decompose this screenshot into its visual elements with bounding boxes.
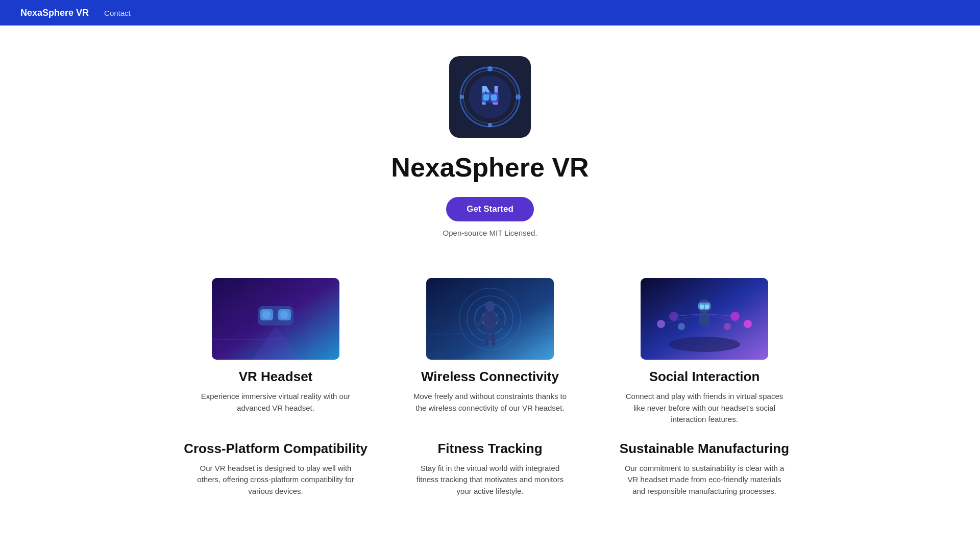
features-row-2: Cross-Platform Compatibility Our VR head…: [184, 436, 796, 497]
cross-platform-desc: Our VR headset is designed to play well …: [194, 463, 357, 497]
svg-point-47: [724, 323, 731, 330]
svg-rect-10: [491, 94, 497, 101]
features-section: VR Headset Experience immersive virtual …: [0, 258, 980, 528]
hero-section: N NexaSphere VR Get Started Open-source …: [0, 26, 980, 258]
feature-vr-headset: VR Headset Experience immersive virtual …: [184, 278, 368, 425]
svg-point-3: [516, 94, 521, 99]
sustainable-title: Sustainable Manufacturing: [620, 441, 789, 457]
svg-rect-31: [484, 311, 496, 329]
feature-wireless: Wireless Connectivity Move freely and wi…: [398, 278, 582, 425]
svg-line-35: [493, 329, 494, 344]
vr-headset-desc: Experience immersive virtual reality wit…: [194, 391, 357, 414]
hero-title: NexaSphere VR: [391, 152, 589, 183]
social-image: [641, 278, 768, 360]
wireless-image: [426, 278, 554, 360]
svg-point-52: [669, 337, 740, 352]
hero-logo: N: [449, 56, 531, 138]
svg-point-44: [678, 323, 685, 330]
svg-point-20: [262, 311, 271, 319]
hero-subtitle: Open-source MIT Licensed.: [443, 229, 537, 237]
svg-point-5: [460, 95, 464, 99]
fitness-desc: Stay fit in the virtual world with integ…: [408, 463, 572, 497]
get-started-button[interactable]: Get Started: [446, 197, 534, 221]
social-desc: Connect and play with friends in virtual…: [623, 391, 786, 425]
svg-rect-9: [483, 94, 489, 101]
features-row-1: VR Headset Experience immersive virtual …: [184, 278, 796, 425]
wireless-title: Wireless Connectivity: [421, 369, 559, 385]
svg-point-4: [488, 123, 492, 127]
vr-headset-image: [212, 278, 339, 360]
navbar-contact-link[interactable]: Contact: [104, 9, 131, 17]
sustainable-desc: Our commitment to sustainability is clea…: [623, 463, 786, 497]
feature-sustainable: Sustainable Manufacturing Our commitment…: [612, 441, 796, 497]
svg-line-34: [486, 329, 487, 344]
wireless-desc: Move freely and without constraints than…: [408, 391, 572, 414]
svg-rect-40: [705, 305, 709, 309]
cross-platform-title: Cross-Platform Compatibility: [184, 441, 368, 457]
vr-headset-title: VR Headset: [239, 369, 313, 385]
navbar: NexaSphere VR Contact: [0, 0, 980, 26]
svg-point-21: [280, 311, 288, 319]
logo-icon: N: [457, 64, 523, 130]
svg-rect-39: [700, 305, 704, 309]
navbar-brand: NexaSphere VR: [20, 8, 89, 18]
svg-point-30: [485, 301, 495, 311]
social-title: Social Interaction: [649, 369, 760, 385]
fitness-title: Fitness Tracking: [437, 441, 542, 457]
feature-fitness: Fitness Tracking Stay fit in the virtual…: [398, 441, 582, 497]
feature-social: Social Interaction Connect and play with…: [612, 278, 796, 425]
svg-point-2: [487, 66, 493, 71]
feature-cross-platform: Cross-Platform Compatibility Our VR head…: [184, 441, 368, 497]
